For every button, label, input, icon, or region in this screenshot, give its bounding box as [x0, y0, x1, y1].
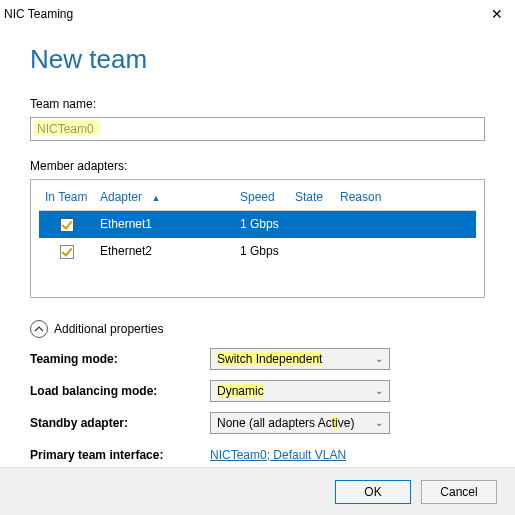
- member-adapters-label: Member adapters:: [30, 159, 485, 173]
- table-row[interactable]: Ethernet21 Gbps: [39, 238, 476, 265]
- teaming-mode-value: Switch Independent: [217, 352, 322, 366]
- team-name-input[interactable]: [30, 117, 485, 141]
- load-balancing-label: Load balancing mode:: [30, 384, 210, 398]
- col-header-adapter-label: Adapter: [100, 190, 142, 204]
- chevron-down-icon: ⌄: [375, 417, 383, 428]
- col-header-inteam[interactable]: In Team: [39, 186, 94, 211]
- primary-interface-link[interactable]: NICTeam0; Default VLAN: [210, 448, 346, 462]
- additional-properties-toggle[interactable]: Additional properties: [30, 320, 485, 338]
- adapter-checkbox[interactable]: [60, 218, 74, 232]
- primary-interface-label: Primary team interface:: [30, 448, 210, 462]
- button-bar: OK Cancel: [0, 467, 515, 515]
- col-header-state[interactable]: State: [289, 186, 334, 211]
- adapter-state-cell: [289, 211, 334, 238]
- chevron-down-icon: ⌄: [375, 385, 383, 396]
- additional-properties-label: Additional properties: [54, 322, 163, 336]
- standby-adapter-label: Standby adapter:: [30, 416, 210, 430]
- col-header-adapter[interactable]: Adapter ▲: [94, 186, 234, 211]
- adapter-name-cell: Ethernet2: [94, 238, 234, 265]
- page-title: New team: [30, 44, 485, 75]
- team-name-label: Team name:: [30, 97, 485, 111]
- adapter-name-cell: Ethernet1: [94, 211, 234, 238]
- adapter-state-cell: [289, 238, 334, 265]
- load-balancing-value: Dynamic: [217, 384, 264, 398]
- ok-button[interactable]: OK: [335, 480, 411, 504]
- teaming-mode-select[interactable]: Switch Independent ⌄: [210, 348, 390, 370]
- standby-adapter-value: None (all adapters Active): [217, 416, 354, 430]
- window-title: NIC Teaming: [4, 7, 73, 21]
- close-icon[interactable]: ✕: [487, 6, 507, 22]
- col-header-reason[interactable]: Reason: [334, 186, 476, 211]
- sort-indicator-icon: ▲: [151, 193, 160, 203]
- chevron-up-icon: [30, 320, 48, 338]
- col-header-speed[interactable]: Speed: [234, 186, 289, 211]
- standby-adapter-select[interactable]: None (all adapters Active) ⌄: [210, 412, 390, 434]
- adapter-checkbox[interactable]: [60, 245, 74, 259]
- chevron-down-icon: ⌄: [375, 353, 383, 364]
- adapters-table: In Team Adapter ▲ Speed State Reason Eth…: [30, 179, 485, 298]
- adapter-speed-cell: 1 Gbps: [234, 238, 289, 265]
- load-balancing-select[interactable]: Dynamic ⌄: [210, 380, 390, 402]
- teaming-mode-label: Teaming mode:: [30, 352, 210, 366]
- adapter-speed-cell: 1 Gbps: [234, 211, 289, 238]
- adapter-reason-cell: [334, 238, 476, 265]
- titlebar: NIC Teaming ✕: [0, 0, 515, 28]
- table-row[interactable]: Ethernet11 Gbps: [39, 211, 476, 238]
- adapter-reason-cell: [334, 211, 476, 238]
- cancel-button[interactable]: Cancel: [421, 480, 497, 504]
